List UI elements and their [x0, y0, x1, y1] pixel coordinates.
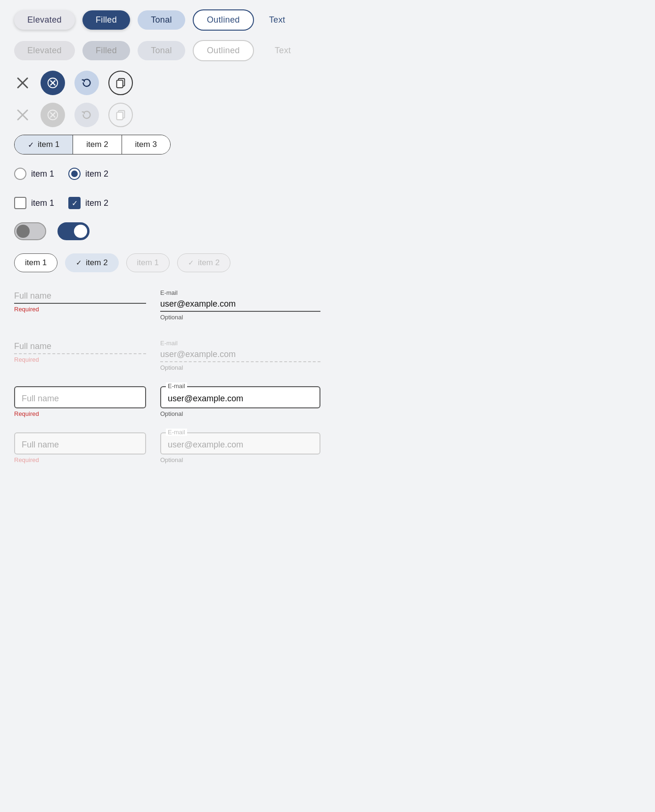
field-fullname-underline-active: Required	[14, 285, 146, 315]
outlined-button-disabled: Outlined	[193, 40, 254, 61]
refresh-icon-tonal[interactable]	[74, 71, 99, 95]
field-email-outlined-active: E-mail Optional	[160, 386, 320, 417]
fields-right-active: E-mail Optional	[160, 285, 320, 323]
field-email-underline-disabled: E-mail Optional	[160, 336, 320, 373]
email-float-label-disabled: E-mail	[166, 429, 187, 436]
outlined-button-active[interactable]: Outlined	[193, 9, 254, 31]
fields-outlined-left-active: Required	[14, 386, 146, 419]
field-fullname-underline-disabled: Required	[14, 336, 146, 365]
switch-on[interactable]: ✓	[57, 222, 90, 240]
radio-item-1[interactable]: item 1	[14, 168, 54, 180]
radio-inner-2	[71, 171, 78, 177]
email-hint-active: Optional	[160, 314, 320, 321]
chip-active-1-label: item 1	[25, 258, 47, 268]
text-fields-underline-disabled: Required E-mail Optional	[14, 336, 641, 373]
chip-disabled-1-label: item 1	[137, 258, 159, 268]
field-fullname-border	[14, 386, 146, 408]
seg-item-3-label: item 3	[135, 140, 157, 149]
field-fullname-outlined-disabled: Required	[14, 432, 146, 463]
fullname-input-active[interactable]	[14, 289, 146, 304]
fields-outlined-left-disabled: Required	[14, 432, 146, 465]
seg-item-1[interactable]: ✓ item 1	[15, 135, 73, 154]
chip-disabled-2: ✓ item 2	[177, 253, 230, 272]
radio-row: item 1 item 2	[14, 168, 641, 180]
email-label-active: E-mail	[160, 289, 320, 296]
seg-item-3[interactable]: item 3	[122, 135, 170, 154]
email-input-disabled	[160, 348, 320, 362]
checkbox-row: item 1 ✓ item 2	[14, 197, 641, 209]
copy-icon-outlined[interactable]	[108, 71, 133, 95]
radio-label-1: item 1	[31, 169, 54, 179]
active-button-row: Elevated Filled Tonal Outlined Text	[14, 9, 641, 31]
field-email-border-disabled: E-mail	[160, 432, 320, 455]
fields-left-active: Required	[14, 285, 146, 323]
checkbox-item-1[interactable]: item 1	[14, 197, 54, 209]
email-hint-disabled: Optional	[160, 364, 320, 371]
svg-rect-13	[117, 112, 123, 120]
disabled-icon-row	[14, 103, 641, 127]
switch-off[interactable]	[14, 222, 46, 240]
chip-disabled-check-icon: ✓	[188, 259, 194, 267]
checkbox-box-2: ✓	[68, 197, 81, 209]
text-fields-outlined-disabled: Required E-mail Optional	[14, 432, 641, 465]
switch-row: ✓	[14, 222, 641, 240]
chip-active-1[interactable]: item 1	[14, 253, 57, 272]
fields-outlined-right-disabled: E-mail Optional	[160, 432, 320, 465]
switch-thumb-on	[74, 225, 87, 238]
fullname-hint-active: Required	[14, 306, 146, 313]
chip-active-2-label: item 2	[86, 258, 107, 268]
close-icon-plain[interactable]	[14, 74, 31, 91]
radio-label-2: item 2	[85, 169, 108, 179]
disabled-button-row: Elevated Filled Tonal Outlined Text	[14, 40, 641, 61]
checkbox-label-1: item 1	[31, 198, 54, 208]
switch-thumb-off	[16, 225, 30, 238]
segmented-group: ✓ item 1 item 2 item 3	[14, 135, 171, 154]
active-icon-row	[14, 71, 641, 95]
fullname-outlined-hint-active: Required	[14, 410, 146, 417]
checkbox-item-2[interactable]: ✓ item 2	[68, 197, 108, 209]
text-fields-outlined-active: Required E-mail Optional	[14, 386, 641, 419]
text-button-active[interactable]: Text	[262, 10, 293, 30]
copy-icon-outlined-disabled	[108, 103, 133, 127]
fullname-outlined-input-disabled	[22, 440, 139, 450]
seg-item-1-label: item 1	[38, 140, 59, 149]
email-outlined-input-active[interactable]	[168, 394, 313, 404]
svg-rect-6	[117, 80, 123, 88]
chip-active-2[interactable]: ✓ item 2	[65, 253, 118, 272]
close-icon-filled[interactable]	[41, 71, 65, 95]
filled-button-disabled: Filled	[82, 41, 130, 60]
radio-item-2[interactable]: item 2	[68, 168, 108, 180]
seg-check-icon: ✓	[28, 140, 34, 149]
email-float-label-active: E-mail	[166, 382, 187, 390]
refresh-icon-tonal-disabled	[74, 103, 99, 127]
fields-right-disabled: E-mail Optional	[160, 336, 320, 373]
close-icon-filled-disabled	[41, 103, 65, 127]
checkbox-box-1	[14, 197, 26, 209]
field-fullname-border-disabled	[14, 432, 146, 455]
checkbox-check-icon: ✓	[72, 199, 78, 208]
tonal-button-disabled: Tonal	[138, 41, 185, 60]
field-fullname-outlined-active: Required	[14, 386, 146, 417]
fullname-outlined-hint-disabled: Required	[14, 456, 146, 463]
chip-disabled-2-label: item 2	[198, 258, 220, 268]
fullname-outlined-input-active[interactable]	[22, 394, 139, 404]
radio-circle-2	[68, 168, 81, 180]
elevated-button-active[interactable]: Elevated	[14, 10, 75, 30]
radio-circle-1	[14, 168, 26, 180]
email-input-active[interactable]	[160, 297, 320, 312]
tonal-button-active[interactable]: Tonal	[138, 10, 185, 30]
field-email-outlined-disabled: E-mail Optional	[160, 432, 320, 463]
fields-left-disabled: Required	[14, 336, 146, 373]
email-outlined-input-disabled	[168, 440, 313, 450]
seg-item-2[interactable]: item 2	[73, 135, 122, 154]
text-button-disabled: Text	[262, 41, 304, 60]
seg-item-2-label: item 2	[86, 140, 108, 149]
chip-check-icon: ✓	[76, 259, 82, 267]
segmented-row: ✓ item 1 item 2 item 3	[14, 135, 641, 154]
fullname-hint-disabled: Required	[14, 356, 146, 363]
close-icon-plain-disabled	[14, 106, 31, 123]
fields-outlined-right-active: E-mail Optional	[160, 386, 320, 419]
filled-button-active[interactable]: Filled	[82, 10, 130, 30]
field-email-underline-active: E-mail Optional	[160, 285, 320, 323]
fullname-input-disabled	[14, 340, 146, 354]
